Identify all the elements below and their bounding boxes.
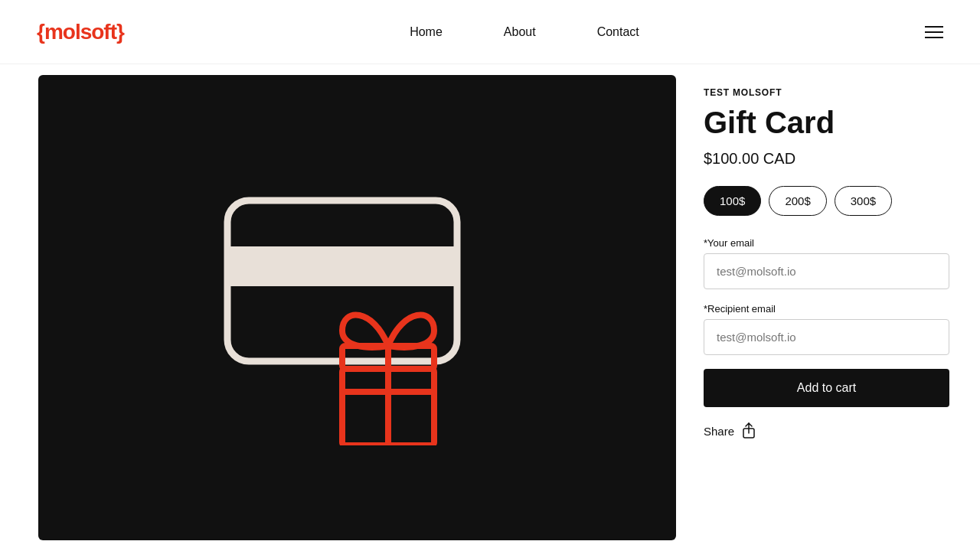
add-to-cart-button[interactable]: Add to cart bbox=[704, 369, 949, 407]
your-email-input[interactable] bbox=[704, 253, 949, 289]
product-title: Gift Card bbox=[704, 106, 949, 139]
amount-btn-300[interactable]: 300$ bbox=[835, 186, 892, 216]
your-email-label: *Your email bbox=[704, 237, 949, 249]
brand-label: TEST MOLSOFT bbox=[704, 87, 949, 98]
nav-home[interactable]: Home bbox=[410, 25, 443, 39]
product-image bbox=[38, 75, 676, 540]
gift-card-illustration bbox=[212, 162, 503, 453]
hamburger-line-1 bbox=[925, 26, 943, 28]
nav-about[interactable]: About bbox=[504, 25, 536, 39]
svg-rect-1 bbox=[227, 246, 457, 286]
product-price: $100.00 CAD bbox=[704, 150, 949, 168]
site-header: {molsoft} Home About Contact bbox=[0, 0, 980, 64]
amount-selector: 100$ 200$ 300$ bbox=[704, 186, 949, 216]
hamburger-icon[interactable] bbox=[925, 26, 943, 38]
share-row[interactable]: Share bbox=[704, 422, 949, 439]
amount-btn-200[interactable]: 200$ bbox=[769, 186, 826, 216]
product-svg bbox=[212, 170, 503, 445]
nav-contact[interactable]: Contact bbox=[597, 25, 639, 39]
hamburger-line-2 bbox=[925, 31, 943, 33]
recipient-email-label: *Recipient email bbox=[704, 303, 949, 315]
share-label: Share bbox=[704, 425, 734, 438]
main-nav: Home About Contact bbox=[410, 25, 639, 39]
share-icon bbox=[740, 422, 757, 439]
product-details: TEST MOLSOFT Gift Card $100.00 CAD 100$ … bbox=[676, 64, 980, 551]
recipient-email-input[interactable] bbox=[704, 319, 949, 355]
hamburger-line-3 bbox=[925, 37, 943, 38]
amount-btn-100[interactable]: 100$ bbox=[704, 186, 761, 216]
main-content: TEST MOLSOFT Gift Card $100.00 CAD 100$ … bbox=[0, 64, 980, 551]
site-logo[interactable]: {molsoft} bbox=[37, 20, 124, 44]
